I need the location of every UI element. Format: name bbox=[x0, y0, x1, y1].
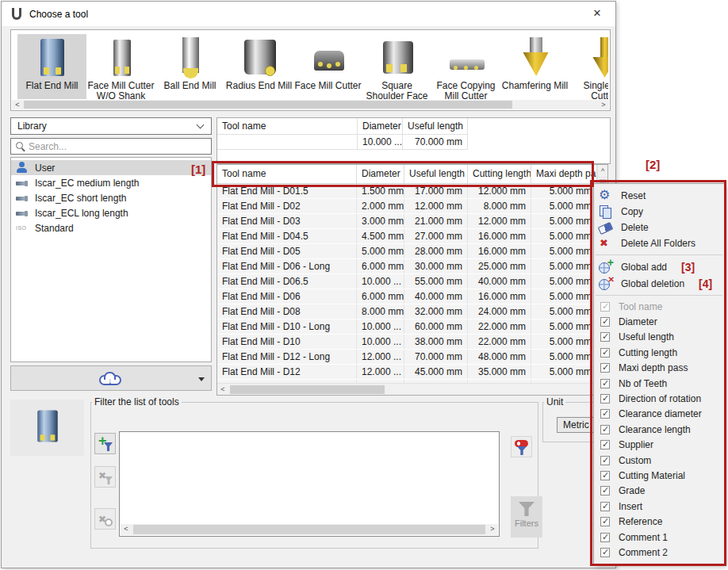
chevron-down-icon bbox=[197, 121, 205, 129]
tool-type-item[interactable]: Ball End Mill bbox=[155, 34, 224, 99]
dropdown-caret-icon[interactable] bbox=[198, 377, 205, 381]
column-toggle[interactable]: Cutting length bbox=[594, 345, 724, 360]
table-row[interactable]: Flat End Mill - D02 2.000 mm 12.000 mm 8… bbox=[217, 199, 597, 214]
scrollbar-thumb[interactable] bbox=[24, 101, 512, 109]
column-toggle[interactable]: Cutting Material bbox=[594, 468, 724, 483]
delete-all-icon bbox=[599, 237, 613, 250]
tool-type-item[interactable]: Radius End Mill bbox=[224, 34, 293, 99]
scroll-left-icon[interactable]: < bbox=[121, 524, 132, 534]
table-row[interactable]: Flat End Mill - D05 5.000 mm 28.000 mm 1… bbox=[217, 244, 597, 259]
table-row[interactable]: Flat End Mill - D03 3.000 mm 21.000 mm 1… bbox=[217, 214, 597, 229]
table-row[interactable]: Flat End Mill - D08 8.000 mm 32.000 mm 2… bbox=[217, 304, 597, 319]
table-row[interactable]: Flat End Mill - D12 12.000 ... 45.000 mm… bbox=[217, 365, 597, 380]
column-toggle[interactable]: Reference bbox=[594, 514, 724, 529]
download-library-button[interactable]: ↓ bbox=[10, 365, 212, 391]
column-toggle[interactable]: Grade bbox=[594, 484, 724, 499]
column-toggle[interactable]: Custom bbox=[594, 453, 724, 468]
eraser-icon bbox=[599, 221, 613, 234]
scroll-left-icon[interactable]: < bbox=[12, 100, 23, 109]
column-header-useful-length[interactable]: Useful length bbox=[404, 165, 468, 183]
library-tree-item[interactable]: Standard bbox=[11, 220, 211, 235]
remove-filter-button[interactable] bbox=[94, 466, 116, 488]
face-mill-cutter-wo-shank-icon bbox=[99, 36, 144, 80]
library-dropdown[interactable]: Library bbox=[10, 117, 212, 135]
column-toggle[interactable]: Direction of rotation bbox=[594, 391, 724, 406]
scrollbar-thumb[interactable] bbox=[230, 385, 385, 394]
clear-filters-button[interactable] bbox=[94, 508, 116, 530]
chamfering-mill-icon bbox=[513, 36, 557, 80]
library-tree: User Iscar_EC medium length Iscar_EC sho… bbox=[10, 157, 212, 362]
table-row[interactable]: Flat End Mill - D06 - Long 6.000 mm 30.0… bbox=[217, 259, 597, 274]
column-header-diameter[interactable]: Diameter bbox=[357, 165, 404, 183]
tool-type-item[interactable]: Square Shoulder Face Mill bbox=[362, 34, 431, 99]
table-row[interactable]: Flat End Mill - D10 - Long 10.000 ... 60… bbox=[217, 319, 597, 335]
column-toggle[interactable]: Supplier bbox=[594, 438, 724, 453]
menu-item[interactable]: Delete All Folders bbox=[594, 235, 724, 251]
tool-library-icon bbox=[16, 177, 28, 189]
search-box[interactable] bbox=[10, 138, 212, 155]
column-header-maxi-depth-pass[interactable]: Maxi depth pass bbox=[531, 165, 597, 183]
scroll-up-icon[interactable]: ^ bbox=[598, 165, 607, 178]
scroll-right-icon[interactable]: > bbox=[598, 100, 609, 109]
tool-library-icon bbox=[16, 207, 28, 219]
column-toggle[interactable]: Clearance diameter bbox=[594, 407, 724, 422]
table-horizontal-scrollbar[interactable]: < bbox=[217, 383, 597, 395]
column-toggle[interactable]: Diameter bbox=[594, 314, 724, 329]
tool-strip-scrollbar[interactable]: < > bbox=[12, 100, 609, 109]
column-header-cutting-length[interactable]: Cutting length bbox=[468, 165, 531, 183]
selected-tool-preview-icon bbox=[29, 407, 67, 446]
column-toggle[interactable]: Maxi depth pass bbox=[594, 361, 724, 376]
scrollbar-thumb[interactable] bbox=[133, 525, 485, 534]
library-tree-item[interactable]: Iscar_EC short length bbox=[11, 190, 211, 205]
tool-type-label: Single-An Cutter bbox=[569, 81, 608, 99]
table-row[interactable]: Flat End Mill - D06 6.000 mm 40.000 mm 1… bbox=[217, 289, 597, 304]
tool-type-label: Face Copying Mill Cutter bbox=[431, 81, 500, 99]
menu-item[interactable]: Global deletion [4] bbox=[594, 275, 724, 292]
checkbox-icon bbox=[600, 409, 610, 419]
table-row[interactable]: Flat End Mill - D01.5 1.500 mm 17.000 mm… bbox=[217, 184, 597, 199]
add-filter-button[interactable] bbox=[94, 433, 116, 454]
table-row[interactable]: Flat End Mill - D04.5 4.500 mm 27.000 mm… bbox=[217, 229, 597, 244]
toggle-filter-button[interactable] bbox=[511, 436, 532, 457]
table-row[interactable]: Flat End Mill - D06.5 10.000 ... 55.000 … bbox=[217, 274, 597, 289]
scroll-left-icon[interactable]: < bbox=[217, 384, 228, 395]
close-button[interactable]: ✕ bbox=[580, 2, 615, 25]
search-input[interactable] bbox=[29, 140, 207, 153]
tool-type-strip: Flat End Mill Face Mill Cutter W/O Shank… bbox=[10, 29, 611, 111]
scroll-right-icon[interactable]: > bbox=[487, 524, 498, 534]
tool-type-item[interactable]: Chamfering Mill bbox=[500, 34, 569, 99]
tool-type-item[interactable]: Single-An Cutter bbox=[569, 34, 608, 99]
column-toggle[interactable]: Tool name bbox=[594, 299, 724, 314]
library-tree-item[interactable]: Iscar_ECL long length bbox=[11, 205, 211, 220]
column-toggle[interactable]: Comment 2 bbox=[594, 545, 724, 560]
menu-item[interactable]: Copy bbox=[594, 204, 724, 220]
library-tree-item[interactable]: User bbox=[11, 160, 211, 175]
column-toggle[interactable]: Clearance length bbox=[594, 422, 724, 437]
column-toggle[interactable]: Nb of Teeth bbox=[594, 376, 724, 391]
menu-item[interactable]: Delete bbox=[594, 220, 724, 235]
checkbox-icon bbox=[600, 394, 610, 404]
filter-list[interactable]: < > bbox=[119, 431, 500, 537]
globe-add-icon bbox=[599, 261, 613, 274]
filter-panel-title: Filter the list of tools bbox=[92, 396, 182, 407]
column-toggle[interactable]: Useful length bbox=[594, 330, 724, 345]
tool-type-item[interactable]: Face Mill Cutter bbox=[293, 34, 362, 99]
tool-type-item[interactable]: Face Mill Cutter W/O Shank bbox=[86, 34, 155, 99]
selected-tool-summary: Tool name Diameter Useful length 10.000 … bbox=[216, 117, 611, 164]
menu-item[interactable]: Global add [3] bbox=[594, 258, 724, 275]
column-toggle[interactable]: Insert bbox=[594, 499, 724, 514]
table-row[interactable]: Flat End Mill - D10 10.000 ... 38.000 mm… bbox=[217, 335, 597, 350]
tool-type-item[interactable]: Flat End Mill bbox=[17, 34, 86, 99]
column-header-tool-name[interactable]: Tool name bbox=[217, 165, 357, 183]
table-row[interactable]: Flat End Mill - D12 - Long 12.000 ... 70… bbox=[217, 350, 597, 365]
remove-filter-icon bbox=[98, 470, 113, 484]
tool-type-label: Radius End Mill bbox=[224, 81, 293, 91]
column-toggle[interactable]: Comment 1 bbox=[594, 530, 724, 545]
filter-list-scrollbar[interactable]: < > bbox=[121, 524, 498, 535]
filters-button[interactable]: Filters bbox=[511, 496, 542, 537]
menu-item[interactable]: Reset bbox=[594, 188, 724, 204]
library-tree-item[interactable]: Iscar_EC medium length bbox=[11, 175, 211, 190]
reset-icon bbox=[599, 189, 613, 202]
tool-type-item[interactable]: Face Copying Mill Cutter bbox=[431, 34, 500, 99]
tree-item-label: Iscar_EC medium length bbox=[35, 178, 139, 189]
